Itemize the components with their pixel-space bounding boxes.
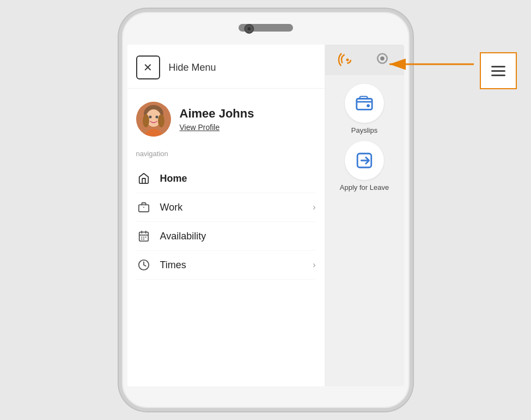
app-content: ✕ Hide Menu [127,45,404,386]
work-chevron-icon: › [313,202,315,212]
payslips-label: Payslips [351,126,377,134]
work-icon [136,200,151,215]
svg-rect-26 [357,99,372,110]
quick-actions: Payslips Apply for Leave [325,75,404,200]
menu-panel: ✕ Hide Menu [127,45,325,386]
nav-work-label: Work [160,202,313,213]
svg-point-4 [158,114,164,127]
nav-item-times[interactable]: Times › [136,251,316,280]
close-icon: ✕ [143,61,152,74]
location-icon [374,51,391,69]
nav-section: navigation Home [127,147,325,280]
volume-button-up [119,99,121,126]
hamburger-line-1 [491,66,505,67]
nav-section-label: navigation [136,150,316,158]
svg-point-27 [367,104,370,107]
svg-point-5 [149,116,151,119]
hamburger-line-3 [491,75,505,76]
apply-for-leave-action[interactable]: Apply for Leave [329,141,400,192]
hamburger-icon [491,66,505,76]
hamburger-menu-annotation-box[interactable] [480,52,517,89]
avatar [136,102,171,137]
right-panel-topbar [325,45,404,75]
apply-for-leave-button[interactable] [345,141,384,180]
hide-menu-label: Hide Menu [169,62,216,73]
phone-screen: ✕ Hide Menu [127,45,404,386]
power-button [411,115,413,164]
user-section: Aimee Johns View Profile [127,89,325,147]
volume-button-down [119,137,121,175]
svg-rect-7 [138,205,148,212]
nav-item-availability[interactable]: Availability [136,222,316,251]
close-menu-button[interactable]: ✕ [136,55,160,79]
svg-point-3 [143,114,149,127]
nav-times-label: Times [160,260,313,271]
nav-item-work[interactable]: Work › [136,193,316,222]
nav-availability-label: Availability [160,231,316,242]
hamburger-line-2 [491,70,505,72]
scene: ✕ Hide Menu [0,0,531,420]
user-name: Aimee Johns [180,107,254,121]
view-profile-link[interactable]: View Profile [180,123,254,132]
svg-point-22 [346,59,349,61]
availability-icon [136,228,151,244]
phone-camera [244,24,254,34]
user-info: Aimee Johns View Profile [180,107,254,132]
menu-header: ✕ Hide Menu [127,45,325,89]
times-icon [136,257,151,273]
nav-item-home[interactable]: Home [136,164,316,193]
home-icon [136,171,151,186]
svg-point-6 [155,116,158,119]
nav-home-label: Home [160,173,316,184]
phone-frame: ✕ Hide Menu [119,9,413,411]
apply-for-leave-label: Apply for Leave [340,183,389,192]
times-chevron-icon: › [313,260,315,270]
payslips-action[interactable]: Payslips [329,84,400,134]
svg-point-24 [381,57,385,61]
wifi-signal-icon [338,50,357,70]
payslips-button[interactable] [345,84,384,123]
right-panel: Payslips Apply for Leave [325,45,404,386]
